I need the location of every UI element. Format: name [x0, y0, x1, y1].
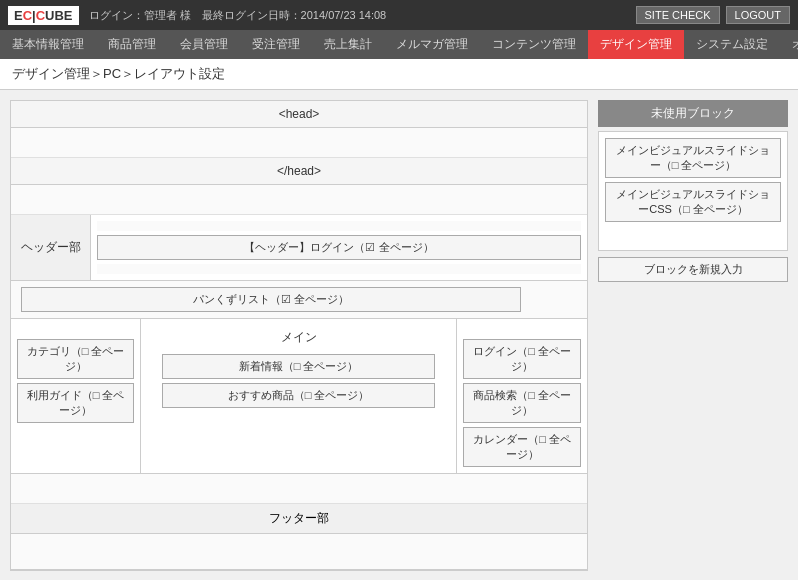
nav-item-newsletter[interactable]: メルマガ管理	[384, 30, 480, 59]
site-check-button[interactable]: SITE CHECK	[636, 6, 720, 24]
footer-content	[11, 534, 587, 569]
body-footer-spacer	[11, 474, 587, 504]
category-block[interactable]: カテゴリ（□ 全ページ）	[17, 339, 134, 379]
head-open-label: <head>	[11, 101, 587, 128]
header: EC|CUBE ログイン：管理者 様 最終ログイン日時：2014/07/23 1…	[0, 0, 798, 30]
footer-section: フッター部	[11, 504, 587, 570]
head-close-label: </head>	[11, 158, 587, 185]
left-column: カテゴリ（□ 全ページ） 利用ガイド（□ 全ページ）	[11, 319, 141, 473]
center-column: メイン 新着情報（□ 全ページ） おすすめ商品（□ 全ページ）	[141, 319, 457, 473]
nav-item-orders[interactable]: 受注管理	[240, 30, 312, 59]
breadcrumb-block[interactable]: パンくずリスト（☑ 全ページ）	[21, 287, 521, 312]
product-search-block[interactable]: 商品検索（□ 全ページ）	[463, 383, 581, 423]
guide-block[interactable]: 利用ガイド（□ 全ページ）	[17, 383, 134, 423]
layout-panel: <head> </head> ヘッダー部 【ヘッダー】ログイン（☑ 全ページ） …	[10, 100, 588, 571]
unused-panel-title: 未使用ブロック	[598, 100, 788, 127]
right-top-spacer	[463, 325, 581, 335]
main-content: <head> </head> ヘッダー部 【ヘッダー】ログイン（☑ 全ページ） …	[0, 90, 798, 580]
header-top-spacer	[97, 221, 581, 231]
main-visual-slide-block[interactable]: メインビジュアルスライドショー（□ 全ページ）	[605, 138, 781, 178]
logo-ec: EC|CUBE	[14, 8, 73, 23]
nav-item-products[interactable]: 商品管理	[96, 30, 168, 59]
footer-label: フッター部	[11, 504, 587, 534]
header-left: EC|CUBE ログイン：管理者 様 最終ログイン日時：2014/07/23 1…	[8, 6, 386, 25]
left-top-spacer	[17, 325, 134, 335]
unused-panel: 未使用ブロック メインビジュアルスライドショー（□ 全ページ） メインビジュアル…	[598, 100, 788, 571]
body-section: カテゴリ（□ 全ページ） 利用ガイド（□ 全ページ） メイン 新着情報（□ 全ペ…	[11, 319, 587, 474]
right-column: ログイン（□ 全ページ） 商品検索（□ 全ページ） カレンダー（□ 全ページ）	[457, 319, 587, 473]
header-section: ヘッダー部 【ヘッダー】ログイン（☑ 全ページ）	[11, 215, 587, 281]
header-login-block[interactable]: 【ヘッダー】ログイン（☑ 全ページ）	[97, 235, 581, 260]
header-bottom-spacer	[97, 264, 581, 274]
main-visual-css-block[interactable]: メインビジュアルスライドショーCSS（□ 全ページ）	[605, 182, 781, 222]
breadcrumb-row: パンくずリスト（☑ 全ページ）	[11, 281, 587, 319]
recommended-block[interactable]: おすすめ商品（□ 全ページ）	[162, 383, 435, 408]
nav-item-design[interactable]: デザイン管理	[588, 30, 684, 59]
login-block[interactable]: ログイン（□ 全ページ）	[463, 339, 581, 379]
calendar-block[interactable]: カレンダー（□ 全ページ）	[463, 427, 581, 467]
header-section-label: ヘッダー部	[11, 215, 91, 280]
login-info: ログイン：管理者 様 最終ログイン日時：2014/07/23 14:08	[89, 8, 387, 23]
unused-blocks-list: メインビジュアルスライドショー（□ 全ページ） メインビジュアルスライドショーC…	[598, 131, 788, 251]
nav-item-members[interactable]: 会員管理	[168, 30, 240, 59]
logo: EC|CUBE	[8, 6, 79, 25]
head-close-empty	[11, 185, 587, 215]
new-block-button[interactable]: ブロックを新規入力	[598, 257, 788, 282]
header-section-content: 【ヘッダー】ログイン（☑ 全ページ）	[91, 215, 587, 280]
nav-item-system[interactable]: システム設定	[684, 30, 780, 59]
logout-button[interactable]: LOGOUT	[726, 6, 790, 24]
nav-item-basic-info[interactable]: 基本情報管理	[0, 30, 96, 59]
nav-item-contents[interactable]: コンテンツ管理	[480, 30, 588, 59]
center-col-label: メイン	[281, 325, 317, 350]
breadcrumb: デザイン管理＞PC＞レイアウト設定	[0, 59, 798, 90]
head-empty	[11, 128, 587, 158]
nav-item-owners[interactable]: オーナーズストア	[780, 30, 798, 59]
nav-item-sales[interactable]: 売上集計	[312, 30, 384, 59]
header-right: SITE CHECK LOGOUT	[636, 6, 790, 24]
new-arrivals-block[interactable]: 新着情報（□ 全ページ）	[162, 354, 435, 379]
main-nav: 基本情報管理 商品管理 会員管理 受注管理 売上集計 メルマガ管理 コンテンツ管…	[0, 30, 798, 59]
